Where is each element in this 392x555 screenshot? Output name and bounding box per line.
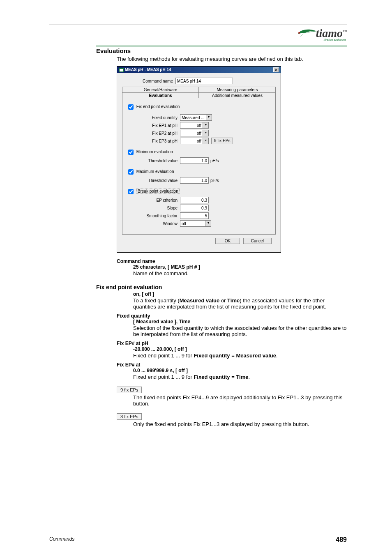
dialog-titlebar: MEAS pH - MEAS pH 14 ×: [117, 67, 281, 73]
fix-ep3-label: Fix EP3 at pH: [127, 139, 180, 143]
fixed-quantity-combo[interactable]: Measured ...▾: [180, 114, 212, 121]
section-intro: The following methods for evaluating mea…: [117, 56, 347, 62]
section-heading: Evaluations: [96, 47, 347, 54]
chevron-down-icon[interactable]: ▾: [203, 122, 208, 128]
maximum-eval-label: Maximum evaluation: [136, 169, 174, 174]
svg-point-0: [298, 32, 300, 34]
command-name-label: Command name: [122, 79, 175, 83]
window-label: Window: [127, 221, 180, 226]
param-fixed-quantity-title: Fixed quantity: [117, 313, 347, 319]
fix-ep2-combo[interactable]: off▾: [180, 130, 209, 136]
dialog-title-text: MEAS pH - MEAS pH 14: [125, 67, 171, 72]
close-icon[interactable]: ×: [273, 67, 279, 72]
ep-criterion-label: EP criterion: [127, 198, 180, 203]
fix-ep1-combo[interactable]: off▾: [180, 122, 209, 129]
minimum-eval-checkbox[interactable]: [128, 150, 134, 155]
slope-label: Slope: [127, 206, 180, 210]
slope-input[interactable]: [180, 205, 209, 211]
swoosh-icon: [298, 27, 317, 39]
footer-section: Commands: [49, 536, 74, 543]
brand-logo: tiamo™ titration and more: [298, 27, 347, 41]
minimum-eval-label: Minimum evaluation: [136, 150, 173, 154]
fix-endpoint-label: Fix end point evaluation: [136, 104, 180, 109]
tab-measuring-parameters[interactable]: Measuring parameters: [199, 87, 276, 92]
ok-button[interactable]: OK: [215, 238, 240, 244]
fixed-quantity-label: Fixed quantity: [127, 115, 180, 120]
max-threshold-input[interactable]: [180, 177, 209, 184]
chevron-down-icon[interactable]: ▾: [203, 130, 208, 136]
subsection-fix-endpoint: Fix end point evaluation: [96, 284, 347, 290]
chevron-down-icon[interactable]: ▾: [206, 115, 212, 120]
command-name-input[interactable]: [175, 78, 233, 84]
smoothing-factor-input[interactable]: [180, 212, 209, 219]
fixep-onoff-range: on, [ off ]: [133, 291, 347, 297]
window-combo[interactable]: off▾: [180, 220, 211, 227]
doc-nine-fix-eps-desc: The fixed end points Fix EP4...9 are dis…: [133, 394, 347, 407]
param-fixed-quantity-desc: Selection of the fixed quantity to which…: [133, 325, 347, 337]
param-fixep-at-title: Fix EP# at: [117, 362, 347, 368]
param-fixep-at-desc: Fixed end point 1 ... 9 for Fixed quanti…: [133, 374, 347, 380]
breakpoint-eval-checkbox[interactable]: [128, 189, 134, 194]
min-threshold-unit: pH/s: [210, 159, 219, 163]
max-threshold-unit: pH/s: [210, 178, 219, 183]
fixep-onoff-desc: To a fixed quantity (Measured value or T…: [133, 297, 347, 310]
min-threshold-input[interactable]: [180, 157, 209, 164]
fix-ep3-combo[interactable]: off▾: [180, 138, 209, 144]
param-fixep-at-range: 0.0 ... 999'999.9 s, [ off ]: [133, 368, 347, 373]
tab-evaluations[interactable]: Evaluations: [122, 92, 199, 98]
nine-fix-eps-button[interactable]: 9 fix EPs: [211, 138, 233, 144]
chevron-down-icon[interactable]: ▾: [205, 221, 211, 226]
fix-endpoint-checkbox[interactable]: [128, 104, 134, 110]
param-fixep-ph-range: -20.000 ... 20.000, [ off ]: [133, 346, 347, 352]
page-number: 489: [336, 536, 347, 543]
cancel-button[interactable]: Cancel: [243, 238, 272, 244]
min-threshold-label: Threshold value: [127, 159, 180, 163]
tab-general[interactable]: General/Hardware: [122, 87, 199, 92]
dialog-window: MEAS pH - MEAS pH 14 × Command name Gene…: [117, 66, 281, 253]
param-fixep-ph-desc: Fixed end point 1 ... 9 for Fixed quanti…: [133, 352, 347, 359]
maximum-eval-checkbox[interactable]: [128, 169, 134, 175]
doc-three-fix-eps-button: 3 fix EPs: [117, 413, 142, 420]
tab-additional-measured-values[interactable]: Additional measured values: [199, 92, 276, 98]
fix-ep1-label: Fix EP1 at pH: [127, 123, 180, 128]
chevron-down-icon[interactable]: ▾: [203, 138, 208, 144]
ep-criterion-input[interactable]: [180, 197, 209, 203]
doc-three-fix-eps-desc: Only the fixed end points Fix EP1...3 ar…: [133, 421, 347, 427]
param-fixep-ph-title: Fix EP# at pH: [117, 341, 347, 346]
param-fixed-quantity-range: [ Measured value ], Time: [133, 319, 347, 325]
param-command-name-desc: Name of the command.: [133, 270, 347, 276]
smoothing-factor-label: Smoothing factor: [127, 214, 180, 218]
param-command-name-range: 25 characters, [ MEAS pH # ]: [133, 264, 347, 270]
svg-rect-2: [120, 69, 123, 71]
breakpoint-eval-label: Break point evaluation: [136, 189, 180, 194]
max-threshold-label: Threshold value: [127, 178, 180, 183]
app-icon: [119, 68, 124, 72]
fix-ep2-label: Fix EP2 at pH: [127, 131, 180, 136]
param-command-name-title: Command name: [117, 258, 347, 264]
doc-nine-fix-eps-button: 9 fix EPs: [117, 387, 142, 393]
